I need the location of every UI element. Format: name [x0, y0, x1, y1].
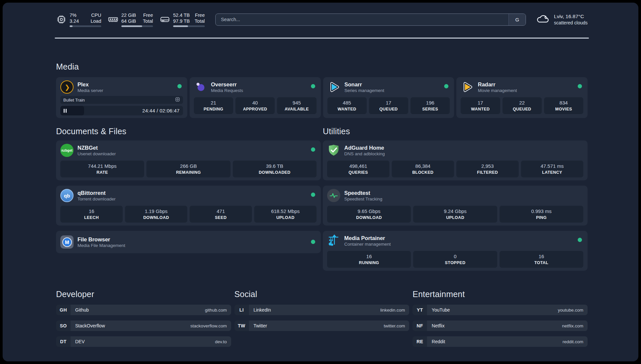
card-title: NZBGet: [77, 144, 116, 151]
pause-icon: [64, 109, 67, 113]
card-subtitle: Media File Management: [77, 243, 125, 248]
stat-tile: 16RUNNING: [327, 251, 411, 268]
bookmark-abbr: YT: [412, 305, 427, 315]
card-subtitle: Torrent downloader: [77, 196, 116, 202]
card-plex[interactable]: ❯ Plex Media server Bullet Train: [56, 77, 187, 118]
bookmark-abbr: RE: [412, 336, 427, 347]
card-title: AdGuard Home: [344, 144, 385, 151]
bookmark-group-entertainment: Entertainment YT YouTubeyoutube.com NF N…: [412, 289, 588, 347]
status-dot: [578, 84, 582, 88]
card-subtitle: Usenet downloader: [77, 151, 116, 157]
section-media: Media ❯ Plex Media server Bullet Train: [56, 61, 588, 118]
stat-tile: 0STOPPED: [413, 251, 497, 268]
stat-tile: 498,461QUERIES: [327, 161, 389, 177]
stat-tile: 0.993 msPING: [500, 206, 583, 223]
card-qbittorrent[interactable]: qb qBittorrent Torrent downloader 16LEEC…: [56, 186, 321, 226]
section-documents: Documents & Files nzbget NZBGet Usenet d…: [56, 126, 321, 271]
bookmark-name: Twitter: [254, 323, 267, 328]
card-speedtest[interactable]: Speedtest Speedtest Tracking 9.65 GbpsDO…: [323, 186, 588, 226]
weather-condition: scattered clouds: [554, 20, 588, 26]
bookmark-abbr: SO: [56, 320, 71, 331]
card-sonarr[interactable]: Sonarr Series management 485WANTED 17QUE…: [323, 77, 454, 118]
disk-total-label: Total: [195, 18, 205, 24]
search-input[interactable]: [216, 14, 508, 25]
stat-tile: 17WANTED: [461, 97, 500, 114]
topbar-divider: [55, 38, 589, 39]
section-title-documents: Documents & Files: [56, 126, 321, 136]
memory-free-value: 22 GiB: [121, 12, 136, 18]
cpu-label: CPU: [91, 12, 101, 18]
stat-tile: 471SEED: [190, 206, 252, 223]
card-title: Radarr: [478, 81, 517, 88]
adguard-icon: [327, 144, 340, 157]
bookmark-abbr: GH: [56, 305, 71, 315]
stat-tile: 9.24 GbpsUPLOAD: [413, 206, 497, 223]
disk-icon: [160, 14, 170, 25]
card-title: Plex: [77, 81, 103, 88]
search-provider-button[interactable]: G: [508, 14, 526, 25]
stat-tile: 21PENDING: [194, 97, 233, 114]
memory-total-label: Total: [143, 18, 153, 24]
bookmark-name: Reddit: [432, 339, 445, 344]
card-adguard[interactable]: AdGuard Home DNS and adblocking 498,461Q…: [323, 140, 588, 180]
bookmark-youtube[interactable]: YT YouTubeyoutube.com: [412, 305, 588, 315]
bookmark-reddit[interactable]: RE Redditreddit.com: [412, 336, 588, 347]
card-subtitle: Speedtest Tracking: [344, 196, 382, 202]
stat-tile: 9.65 GbpsDOWNLOAD: [327, 206, 411, 223]
memory-progress: [121, 25, 153, 27]
card-filebrowser[interactable]: File Browser Media File Management: [56, 231, 321, 253]
stat-tile: 196SERIES: [411, 97, 450, 114]
stat-tile: 39.6 TBDOWNLOADED: [233, 161, 317, 177]
status-dot: [311, 84, 315, 88]
radarr-icon: [461, 80, 474, 94]
card-title: File Browser: [77, 236, 125, 243]
bookmark-url: linkedin.com: [380, 308, 405, 313]
card-title: Media Portainer: [344, 235, 391, 241]
card-subtitle: Media server: [77, 88, 103, 93]
disk-free-label: Free: [195, 12, 205, 18]
bookmark-twitter[interactable]: TW Twittertwitter.com: [234, 320, 410, 331]
card-overseerr[interactable]: Overseerr Media Requests 21PENDING 40APP…: [190, 77, 321, 118]
bookmark-name: LinkedIn: [254, 307, 271, 313]
bookmark-github[interactable]: GH Githubgithub.com: [56, 305, 231, 315]
card-subtitle: Media Requests: [211, 88, 243, 93]
card-nzbget[interactable]: nzbget NZBGet Usenet downloader 744.21 M…: [56, 140, 321, 180]
search-bar: G: [215, 14, 526, 26]
section-title-social: Social: [234, 289, 410, 299]
stat-tile: 744.21 MbpsRATE: [60, 161, 144, 177]
now-playing-title: Bullet Train: [63, 98, 175, 103]
portainer-icon: [327, 234, 340, 247]
cpu-load-label: Load: [91, 18, 101, 24]
stat-tile: 485WANTED: [327, 97, 367, 114]
stat-tile: 945AVAILABLE: [277, 97, 316, 114]
stat-tile: 1.19 GbpsDOWNLOAD: [125, 206, 187, 223]
bookmark-url: dev.to: [215, 339, 227, 344]
card-title: qBittorrent: [77, 190, 116, 196]
status-dot: [311, 147, 315, 152]
cpu-progress: [70, 25, 101, 27]
stat-tile: 16LEECH: [60, 206, 123, 223]
bookmark-netflix[interactable]: NF Netflixnetflix.com: [412, 320, 588, 331]
bookmark-stackoverflow[interactable]: SO StackOverflowstackoverflow.com: [56, 320, 231, 331]
nzbget-icon: nzbget: [60, 144, 74, 157]
stat-tile: 86,384BLOCKED: [392, 161, 454, 177]
bookmark-linkedin[interactable]: LI LinkedInlinkedin.com: [234, 305, 410, 315]
card-title: Speedtest: [344, 190, 382, 196]
bookmark-url: github.com: [205, 308, 227, 313]
memory-total-value: 64 GiB: [121, 18, 136, 24]
card-portainer[interactable]: Media Portainer Container management 16R…: [323, 231, 588, 271]
now-playing-row: Bullet Train: [60, 96, 183, 104]
qbittorrent-icon: qb: [60, 189, 74, 202]
card-subtitle: Series management: [345, 88, 384, 93]
status-dot: [578, 238, 582, 242]
bookmark-url: youtube.com: [558, 308, 583, 313]
bookmark-dev[interactable]: DT DEVdev.to: [56, 336, 231, 347]
weather-location-temp: Lviv, 16.87°C: [554, 13, 588, 20]
dashboard-screen: 7%CPU 3.24Load 22 GiBFree 64 GiBTotal: [0, 0, 641, 364]
card-radarr[interactable]: Radarr Movie management 17WANTED 22QUEUE…: [456, 77, 588, 118]
section-title-media: Media: [56, 61, 588, 72]
card-title: Overseerr: [211, 81, 243, 88]
plex-icon: ❯: [60, 80, 74, 94]
card-subtitle: DNS and adblocking: [344, 151, 385, 157]
stat-tile: 17QUEUED: [369, 97, 408, 114]
